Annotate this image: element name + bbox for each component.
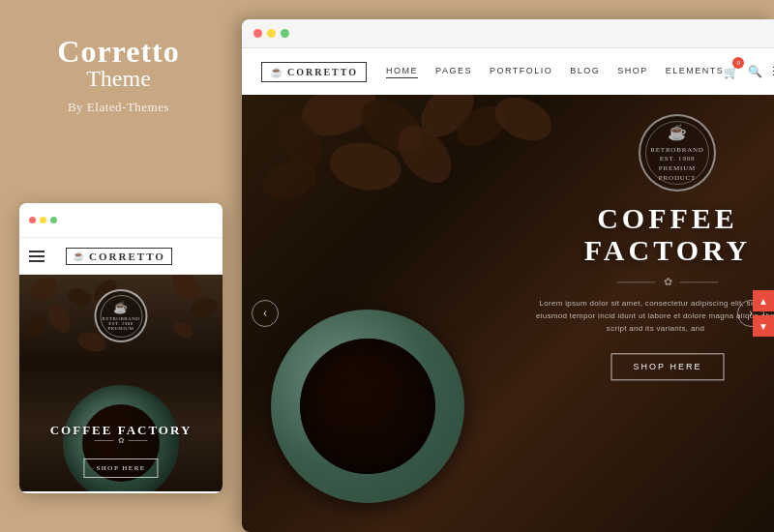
hero-badge-coffee-icon: ☕ <box>668 122 688 143</box>
mobile-nav-bar: ☕ CORRETTO <box>19 238 223 275</box>
desktop-hero-badge: ☕ RETROBRAND EST. 1988 PREMIUM PRODUCT <box>639 114 716 192</box>
mobile-badge: ☕ RETROBRAND EST. 1988 PREMIUM <box>95 289 148 342</box>
nav-pages[interactable]: PAGES <box>435 66 472 78</box>
mobile-dot-yellow <box>40 217 46 223</box>
mobile-divider-line-left <box>95 440 114 441</box>
badge-line-2: EST. 1988 <box>660 155 696 164</box>
mobile-dot-red <box>29 217 36 223</box>
brand-subtitle: Theme <box>86 66 151 92</box>
mobile-window-dots <box>29 217 57 223</box>
scroll-up-button[interactable]: ▲ <box>753 290 774 311</box>
nav-shop[interactable]: SHOP <box>617 66 648 78</box>
carousel-prev-button[interactable]: ‹ <box>252 300 279 327</box>
brand-title: Corretto <box>57 34 179 70</box>
hero-divider: ✿ <box>535 277 775 289</box>
desktop-shop-here-button[interactable]: SHOP HERE <box>611 353 725 380</box>
badge-line-4: PRODUCT <box>659 174 696 184</box>
desktop-hero-bg: ☕ RETROBRAND EST. 1988 PREMIUM PRODUCT ‹… <box>242 95 774 532</box>
scroll-down-button[interactable]: ▼ <box>753 315 774 337</box>
mobile-shop-here-button[interactable]: SHOP HERE <box>83 458 158 478</box>
left-panel: Corretto Theme By Elated-Themes ☕ CORRET… <box>0 0 237 532</box>
mobile-logo: ☕ CORRETTO <box>66 248 172 265</box>
arrow-left-icon: ‹ <box>263 306 268 321</box>
divider-line-right <box>680 282 719 283</box>
desktop-hero-content: COFFEE FACTORY ✿ Lorem ipsum dolor sit a… <box>535 203 775 380</box>
desktop-hero-title: COFFEE FACTORY <box>535 203 775 267</box>
mobile-hero-bg: ☕ RETROBRAND EST. 1988 PREMIUM COFFEE FA… <box>19 275 223 491</box>
mobile-top-bar <box>19 203 223 238</box>
bean-8 <box>24 311 50 341</box>
desktop-logo-icon: ☕ <box>270 66 283 78</box>
hamburger-line-2 <box>29 255 45 257</box>
desktop-nav-links: HOME PAGES PORTFOLIO BLOG SHOP ELEMENTS <box>386 66 724 78</box>
desktop-cup-coffee <box>300 339 435 474</box>
badge-line-1: RETROBRAND <box>650 146 703 156</box>
desktop-badge-inner: ☕ RETROBRAND EST. 1988 PREMIUM PRODUCT <box>645 121 709 185</box>
desktop-top-bar <box>242 19 774 48</box>
search-icon[interactable]: 🔍 <box>748 65 762 79</box>
desktop-shop-btn-label: SHOP HERE <box>634 362 702 371</box>
desktop-dot-yellow <box>267 29 276 38</box>
desktop-bean-9 <box>488 95 558 149</box>
desktop-green-cup <box>271 310 464 503</box>
mobile-dot-green <box>50 217 57 223</box>
nav-elements[interactable]: ELEMENTS <box>666 66 725 78</box>
desktop-hero: ☕ RETROBRAND EST. 1988 PREMIUM PRODUCT ‹… <box>242 95 774 532</box>
mobile-divider: ✿ <box>95 436 148 445</box>
desktop-dot-green <box>281 29 289 38</box>
desktop-nav: ☕ CORRETTO HOME PAGES PORTFOLIO BLOG SHO… <box>242 48 774 95</box>
hamburger-line-1 <box>29 251 45 252</box>
nav-blog[interactable]: BLOG <box>570 66 600 78</box>
desktop-logo-text: CORRETTO <box>287 67 358 77</box>
brand-by: By Elated-Themes <box>68 100 169 115</box>
scroll-up-icon: ▲ <box>759 296 768 307</box>
divider-floral-icon: ✿ <box>664 277 672 289</box>
desktop-logo: ☕ CORRETTO <box>261 62 367 82</box>
bean-7 <box>170 318 195 340</box>
desktop-dot-red <box>253 29 262 38</box>
coffee-cup-icon: ☕ <box>73 251 86 261</box>
bean-1 <box>26 275 61 305</box>
divider-icon: ✿ <box>118 436 125 445</box>
bean-5 <box>43 300 74 337</box>
nav-portfolio[interactable]: PORTFOLIO <box>490 66 552 78</box>
mobile-shop-btn-label: SHOP HERE <box>96 464 145 472</box>
mobile-hero: ☕ RETROBRAND EST. 1988 PREMIUM COFFEE FA… <box>19 275 223 491</box>
mobile-logo-text: CORRETTO <box>89 251 165 262</box>
divider-line-left <box>617 282 656 283</box>
desktop-preview: ☕ CORRETTO HOME PAGES PORTFOLIO BLOG SHO… <box>242 19 774 532</box>
desktop-window-dots <box>253 29 289 38</box>
coffee-bean-icon: ☕ <box>113 301 129 315</box>
badge-text-3: PREMIUM <box>108 326 134 331</box>
bean-2 <box>66 285 94 309</box>
scroll-down-icon: ▼ <box>759 321 768 332</box>
badge-line-3: PREMIUM <box>659 164 696 174</box>
mobile-badge-inner: ☕ RETROBRAND EST. 1988 PREMIUM <box>100 295 142 338</box>
nav-home[interactable]: HOME <box>386 66 418 78</box>
mobile-preview-card: ☕ CORRETTO ☕ <box>19 203 223 493</box>
cart-badge: 0 <box>732 57 744 69</box>
hamburger-line-3 <box>29 260 45 262</box>
mobile-divider-line-right <box>129 440 148 441</box>
desktop-nav-right: 🛒 0 🔍 ☰ <box>724 63 774 80</box>
cart-wrapper: 🛒 0 <box>724 63 738 80</box>
hamburger-icon[interactable] <box>29 251 45 262</box>
scroll-indicator: ▲ ▼ <box>753 290 774 337</box>
